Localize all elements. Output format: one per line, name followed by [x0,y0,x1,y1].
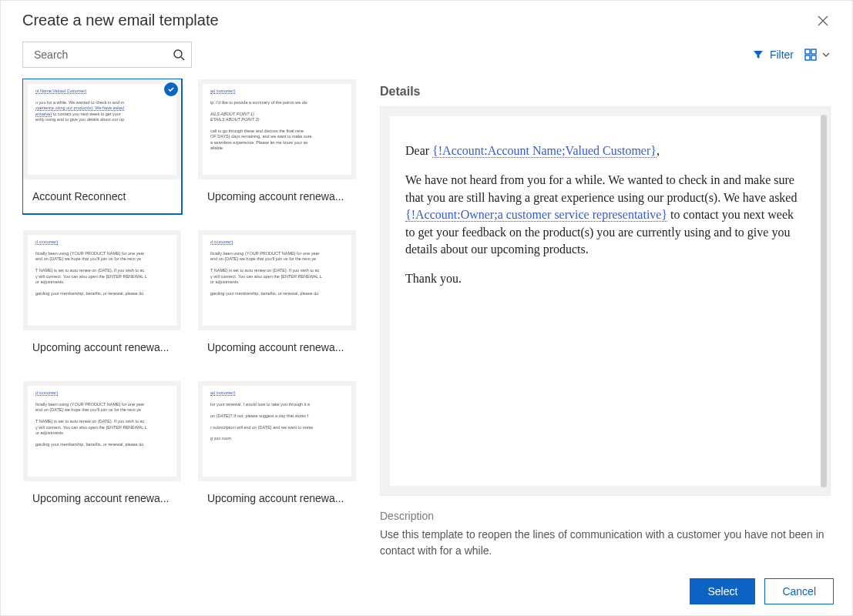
template-label: Upcoming account renewa... [198,481,356,515]
preview-page: Dear {!Account:Account Name;Valued Custo… [390,116,821,486]
details-panel: Details Dear {!Account:Account Name;Valu… [380,79,831,558]
cancel-button[interactable]: Cancel [764,578,834,604]
merge-field: {!Account:Account Name;Valued Customer} [432,144,657,158]
template-label: Upcoming account renewa... [198,330,356,364]
template-label: Upcoming account renewa... [23,481,181,515]
template-cards: nt Name;Valued Customer}u you for a whil… [22,79,357,516]
close-icon [818,15,828,26]
filter-label: Filter [770,49,794,61]
funnel-icon [753,49,764,60]
preview-greeting: Dear {!Account:Account Name;Valued Custo… [405,142,805,159]
template-thumbnail: ad customer}for your renewal. I would lo… [198,381,356,481]
selected-check-icon [164,82,178,96]
template-label: Account Reconnect [23,179,181,213]
preview-body: We have not heard from you for a while. … [405,172,805,258]
template-thumbnail: nt Name;Valued Customer}u you for a whil… [23,79,181,179]
dialog-header: Create a new email template [1,1,852,34]
search-icon [173,49,185,61]
svg-rect-4 [805,55,810,60]
template-card[interactable]: ad customer}ip. I'd like to provide a su… [197,79,357,214]
filter-button[interactable]: Filter [753,49,794,61]
grid-icon [804,49,817,61]
search-input[interactable] [32,48,173,62]
template-card[interactable]: d customer}ficially been using {YOUR PRO… [22,380,182,516]
template-label: Upcoming account renewa... [23,330,181,364]
merge-field: {!Account:Owner;a customer service repre… [405,208,667,222]
preview-thanks: Thank you. [405,270,805,287]
toolbar: Filter [1,34,852,79]
chevron-down-icon [821,50,831,59]
svg-point-0 [174,50,182,58]
preview-box: Dear {!Account:Account Name;Valued Custo… [380,106,831,496]
template-thumbnail: d customer}ficially been using {YOUR PRO… [23,381,181,481]
description-label: Description [380,496,831,527]
search-input-wrap[interactable] [22,42,192,68]
dialog: Create a new email template Filter [0,0,853,616]
svg-rect-2 [805,49,810,54]
svg-rect-3 [811,49,816,54]
view-switcher[interactable] [804,49,831,61]
template-gallery[interactable]: nt Name;Valued Customer}u you for a whil… [22,79,361,558]
details-heading: Details [380,80,831,106]
toolbar-right: Filter [753,49,831,61]
dialog-title: Create a new email template [22,12,219,29]
template-card[interactable]: d customer}ficially been using {YOUR PRO… [197,229,357,365]
template-card[interactable]: nt Name;Valued Customer}u you for a whil… [22,79,182,214]
select-button[interactable]: Select [690,578,755,604]
preview-scrollbar[interactable] [821,115,827,487]
template-card[interactable]: d customer}ficially been using {YOUR PRO… [22,229,182,365]
template-thumbnail: d customer}ficially been using {YOUR PRO… [23,230,181,330]
template-card[interactable]: ad customer}for your renewal. I would lo… [197,380,357,516]
svg-rect-5 [811,55,816,60]
close-button[interactable] [815,13,831,28]
description-text: Use this template to reopen the lines of… [380,527,831,558]
template-thumbnail: ad customer}ip. I'd like to provide a su… [198,79,356,179]
svg-line-1 [181,57,184,60]
template-label: Upcoming account renewa... [198,179,356,213]
dialog-body: nt Name;Valued Customer}u you for a whil… [1,79,852,566]
template-thumbnail: d customer}ficially been using {YOUR PRO… [198,230,356,330]
dialog-footer: Select Cancel [1,566,852,615]
